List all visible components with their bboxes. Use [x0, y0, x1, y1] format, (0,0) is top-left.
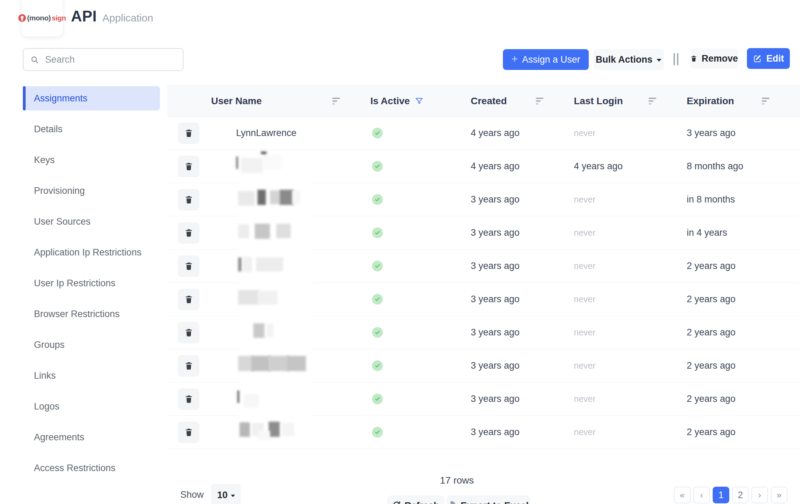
page-size-value: 10	[217, 490, 227, 501]
created-cell: 3 years ago	[471, 261, 574, 271]
sidebar-item-user-ip-restrictions[interactable]: User Ip Restrictions	[23, 271, 160, 295]
sidebar-item-details[interactable]: Details	[23, 117, 160, 141]
column-header-created[interactable]: Created	[471, 96, 574, 107]
sidebar-item-access-restrictions[interactable]: Access Restrictions	[23, 456, 160, 480]
sidebar-item-provisioning[interactable]: Provisioning	[23, 179, 160, 203]
search-input[interactable]	[44, 54, 176, 65]
redacted-username-block	[276, 224, 291, 238]
export-excel-button[interactable]: Export to Excel	[447, 496, 530, 504]
column-header-is-active[interactable]: Is Active	[370, 96, 471, 107]
redacted-username-block	[282, 423, 294, 436]
expiration-cell: 2 years ago	[687, 394, 800, 404]
created-cell: 3 years ago	[471, 394, 574, 404]
active-check-icon	[372, 427, 383, 438]
table-row[interactable]: LynnLawrence4 years agonever3 years ago	[167, 117, 800, 150]
delete-row-button[interactable]	[178, 255, 199, 277]
delete-row-button[interactable]	[178, 189, 199, 210]
redacted-username-block	[267, 324, 273, 337]
sort-icon[interactable]	[649, 98, 656, 105]
remove-label: Remove	[702, 53, 738, 64]
redacted-username-block	[243, 257, 252, 272]
sort-icon[interactable]	[332, 98, 340, 105]
brand-logo-card[interactable]: (mono) sign	[21, 0, 63, 37]
first-page-button[interactable]: «	[674, 487, 691, 503]
page-title: API Application	[71, 8, 153, 25]
app-page: (mono) sign API Application + Assign a U…	[0, 0, 812, 504]
expiration-cell: 2 years ago	[687, 294, 800, 305]
redacted-username-block	[238, 290, 260, 305]
column-header-user-name[interactable]: User Name	[211, 96, 370, 107]
active-check-icon	[372, 360, 383, 371]
redacted-username-block	[258, 431, 270, 440]
edit-pencil-icon	[753, 54, 762, 63]
last-page-button[interactable]: »	[771, 487, 787, 503]
sidebar-item-browser-restrictions[interactable]: Browser Restrictions	[23, 302, 160, 326]
delete-row-button[interactable]	[178, 123, 199, 144]
next-page-button[interactable]: ›	[751, 487, 768, 503]
column-header-expiration[interactable]: Expiration	[687, 96, 800, 107]
edit-button[interactable]: Edit	[747, 48, 790, 69]
redacted-username-block	[263, 155, 282, 169]
delete-row-button[interactable]	[178, 355, 199, 377]
created-cell: 3 years ago	[471, 294, 574, 305]
trash-icon	[184, 195, 193, 204]
filter-icon[interactable]	[415, 97, 424, 106]
expiration-cell: 2 years ago	[687, 427, 800, 438]
delete-row-button[interactable]	[178, 388, 199, 410]
sidebar-item-groups[interactable]: Groups	[23, 333, 160, 357]
sidebar-item-agreements[interactable]: Agreements	[23, 425, 160, 449]
sidebar-item-links[interactable]: Links	[23, 363, 160, 388]
search-box[interactable]	[23, 48, 183, 71]
expiration-cell: 2 years ago	[687, 327, 800, 338]
username-cell: LynnLawrence	[211, 128, 370, 138]
page-title-main: API	[71, 8, 97, 25]
delete-row-button[interactable]	[178, 156, 199, 177]
column-header-last-login[interactable]: Last Login	[574, 96, 687, 107]
sidebar-item-assignments[interactable]: Assignments	[23, 86, 160, 110]
trash-icon	[690, 54, 697, 63]
sidebar-item-logos[interactable]: Logos	[23, 394, 160, 418]
last-login-cell: never	[574, 361, 687, 371]
column-label: Expiration	[687, 96, 734, 107]
delete-row-button[interactable]	[178, 289, 199, 310]
refresh-icon	[392, 501, 401, 504]
page-1-button[interactable]: 1	[713, 487, 729, 503]
expiration-cell: 2 years ago	[687, 360, 800, 371]
logo-text-sign: sign	[52, 14, 66, 22]
redacted-username-block	[244, 394, 259, 408]
rows-count: 17 rows	[408, 475, 505, 486]
redacted-username-block	[258, 291, 278, 305]
export-excel-label: Export to Excel	[461, 501, 529, 504]
redacted-username-block	[269, 356, 289, 371]
active-check-icon	[372, 394, 383, 404]
show-label: Show	[180, 489, 204, 500]
redacted-username-block	[256, 258, 283, 271]
assign-user-button[interactable]: + Assign a User	[503, 49, 589, 70]
remove-button[interactable]: Remove	[690, 48, 738, 69]
page-title-subtitle: Application	[102, 12, 153, 24]
bulk-actions-label: Bulk Actions	[596, 54, 652, 65]
sort-icon[interactable]	[536, 98, 543, 105]
sidebar-item-user-sources[interactable]: User Sources	[23, 209, 160, 234]
bulk-actions-button[interactable]: Bulk Actions	[593, 49, 664, 70]
prev-page-button[interactable]: ‹	[693, 487, 710, 503]
column-label: Created	[471, 96, 507, 107]
page-size-select[interactable]: 10	[211, 484, 241, 504]
sidebar-item-keys[interactable]: Keys	[23, 148, 160, 172]
redacted-username-block	[270, 190, 280, 204]
delete-row-button[interactable]	[178, 422, 199, 443]
redacted-username-block	[238, 224, 249, 238]
sidebar-item-application-ip-restrictions[interactable]: Application Ip Restrictions	[23, 240, 160, 264]
sort-icon[interactable]	[762, 98, 769, 105]
last-login-cell: never	[574, 261, 687, 271]
refresh-button[interactable]: Refresh	[387, 496, 444, 504]
page-2-button[interactable]: 2	[732, 487, 749, 503]
pagination: «‹12›»	[674, 487, 787, 503]
delete-row-button[interactable]	[178, 322, 199, 343]
delete-row-button[interactable]	[178, 222, 199, 244]
redacted-username-block	[251, 356, 271, 371]
redacted-usernames-overlay	[238, 152, 313, 447]
trash-icon	[184, 361, 193, 370]
created-cell: 3 years ago	[471, 227, 574, 238]
monosign-icon	[18, 14, 26, 22]
